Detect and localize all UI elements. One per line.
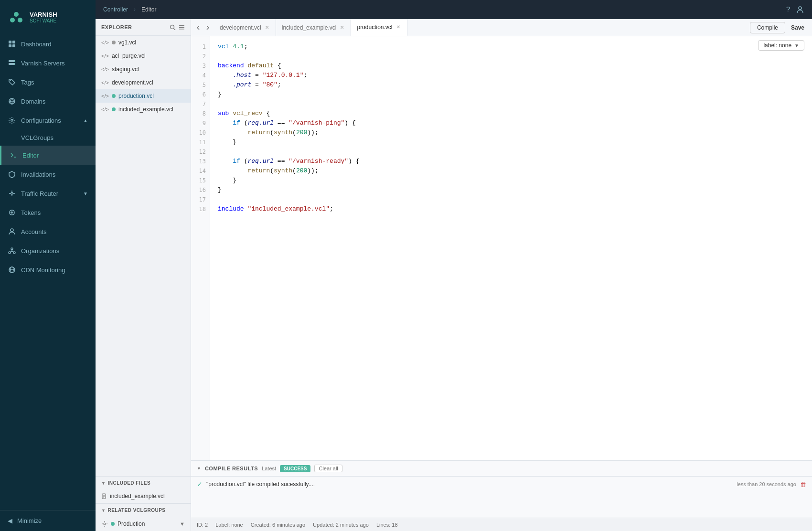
shield-icon <box>8 170 16 179</box>
user-icon[interactable] <box>796 5 804 14</box>
label-badge[interactable]: label: none ▼ <box>758 40 804 51</box>
compile-results-title: COMPILE RESULTS <box>205 466 258 471</box>
tab-development[interactable]: development.vcl ✕ <box>214 19 276 36</box>
related-vclgroup-name: Production <box>118 520 145 527</box>
line-number: 16 <box>191 185 210 195</box>
breadcrumb-current: Editor <box>141 6 156 13</box>
label-badge-text: label: none <box>763 42 791 49</box>
file-name: vg1.vcl <box>118 39 136 46</box>
topbar-actions: ? <box>786 5 804 14</box>
svg-point-15 <box>11 229 13 232</box>
sidebar-item-label: Configurations <box>21 117 78 124</box>
help-icon[interactable]: ? <box>786 5 790 14</box>
chevron-down-icon: ▼ <box>83 191 88 196</box>
org-icon <box>8 246 16 255</box>
sidebar-item-label: Invalidations <box>21 171 88 178</box>
svg-point-14 <box>11 192 13 194</box>
status-id: ID: 2 <box>197 522 208 528</box>
tab-nav-prev[interactable] <box>195 24 202 31</box>
compile-timestamp: less than 20 seconds ago <box>737 481 796 487</box>
compile-latest-label: Latest <box>262 466 276 471</box>
sidebar-item-vclgroups[interactable]: VCLGroups <box>0 130 96 146</box>
tab-included-example[interactable]: included_example.vcl ✕ <box>276 19 352 36</box>
production-status-dot <box>111 522 115 526</box>
breadcrumb-separator: › <box>134 6 136 13</box>
explorer-panel: EXPLORER </> vg1.vcl </> acl_purge. <box>96 19 191 531</box>
svg-rect-24 <box>179 27 184 28</box>
sidebar-item-varnish-servers[interactable]: Varnish Servers <box>0 53 96 73</box>
line-number: 7 <box>191 99 210 109</box>
cdn-icon <box>8 266 16 274</box>
tab-close-button[interactable]: ✕ <box>339 24 345 31</box>
sidebar-item-configurations[interactable]: Configurations ▲ <box>0 111 96 130</box>
check-circle-icon: ✓ <box>197 480 203 488</box>
line-number: 10 <box>191 128 210 138</box>
file-item-included-example[interactable]: </> included_example.vcl <box>96 103 191 116</box>
sidebar-item-domains[interactable]: Domains <box>0 92 96 111</box>
accounts-icon <box>8 227 16 236</box>
sidebar-item-tokens[interactable]: Tokens <box>0 203 96 222</box>
sidebar-item-traffic-router[interactable]: Traffic Router ▼ <box>0 184 96 203</box>
sidebar-item-organizations[interactable]: Organizations <box>0 241 96 260</box>
delete-result-icon[interactable]: 🗑 <box>800 481 806 488</box>
sidebar-item-label: CDN Monitoring <box>21 266 88 274</box>
included-file-item[interactable]: included_example.vcl <box>96 489 191 503</box>
file-item-production[interactable]: </> production.vcl <box>96 89 191 103</box>
file-item-vg1[interactable]: </> vg1.vcl <box>96 36 191 49</box>
tab-close-button[interactable]: ✕ <box>264 24 270 31</box>
label-badge-chevron-icon: ▼ <box>794 43 799 48</box>
tab-close-button[interactable]: ✕ <box>395 24 401 31</box>
compile-results-header[interactable]: ▼ COMPILE RESULTS Latest SUCCESS Clear a… <box>191 461 812 477</box>
included-files-section-header[interactable]: ▼ INCLUDED FILES <box>96 476 191 489</box>
svg-rect-25 <box>179 29 184 30</box>
file-status-dot <box>112 94 116 98</box>
related-vclgroups-section: ▼ RELATED VCLGROUPS Production ▼ <box>96 503 191 531</box>
file-status-dot <box>112 41 116 44</box>
compile-results-panel: ▼ COMPILE RESULTS Latest SUCCESS Clear a… <box>191 460 812 518</box>
sidebar-item-label: Accounts <box>21 228 88 235</box>
status-bar: ID: 2 Label: none Created: 6 minutes ago… <box>191 518 812 531</box>
search-icon[interactable] <box>170 24 176 31</box>
file-item-staging[interactable]: </> staging.vcl <box>96 63 191 76</box>
code-content[interactable]: vcl 4.1; backend default { .host = "127.… <box>210 36 812 460</box>
svg-rect-4 <box>12 41 15 43</box>
file-item-development[interactable]: </> development.vcl <box>96 76 191 89</box>
sidebar-item-invalidations[interactable]: Invalidations <box>0 165 96 184</box>
menu-icon[interactable] <box>179 24 185 31</box>
related-vclgroup-production[interactable]: Production ▼ <box>96 517 191 531</box>
server-icon <box>8 59 16 67</box>
minimize-button[interactable]: ◀ Minimize <box>0 510 96 531</box>
bracket-icon: </> <box>101 66 109 72</box>
sidebar-item-cdn-monitoring[interactable]: CDN Monitoring <box>0 260 96 279</box>
compile-results-chevron-icon: ▼ <box>197 466 201 471</box>
breadcrumb-parent: Controller <box>103 6 128 13</box>
bracket-icon: </> <box>101 80 109 85</box>
router-icon <box>8 189 16 198</box>
sidebar-item-dashboard[interactable]: Dashboard <box>0 34 96 53</box>
save-button[interactable]: Save <box>791 24 804 31</box>
related-vclgroups-label: RELATED VCLGROUPS <box>107 508 165 513</box>
clear-all-button[interactable]: Clear all <box>314 465 342 472</box>
explorer-title: EXPLORER <box>101 24 132 30</box>
related-vclgroups-section-header[interactable]: ▼ RELATED VCLGROUPS <box>96 503 191 517</box>
expand-icon[interactable]: ▼ <box>180 521 185 527</box>
file-status-dot <box>112 107 116 111</box>
tab-nav-next[interactable] <box>204 24 211 31</box>
svg-point-2 <box>18 18 22 22</box>
line-number: 4 <box>191 71 210 80</box>
file-item-acl-purge[interactable]: </> acl_purge.vcl <box>96 49 191 63</box>
section-chevron-icon: ▼ <box>101 508 106 513</box>
sidebar-item-tags[interactable]: Tags <box>0 73 96 92</box>
sidebar-item-editor[interactable]: Editor <box>0 146 96 165</box>
sidebar-item-accounts[interactable]: Accounts <box>0 222 96 241</box>
compile-button[interactable]: Compile <box>750 22 785 33</box>
svg-point-16 <box>11 248 13 250</box>
line-number: 3 <box>191 61 210 71</box>
file-name: development.vcl <box>112 79 153 86</box>
explorer-header: EXPLORER <box>96 19 191 36</box>
code-editor[interactable]: 1 2 3 4 5 6 7 8 9 10 11 12 13 14 15 16 1 <box>191 36 812 460</box>
tab-production[interactable]: production.vcl ✕ <box>351 19 407 36</box>
vclgroups-label: VCLGroups <box>21 134 53 141</box>
svg-point-1 <box>10 18 15 22</box>
bracket-icon: </> <box>101 93 109 99</box>
